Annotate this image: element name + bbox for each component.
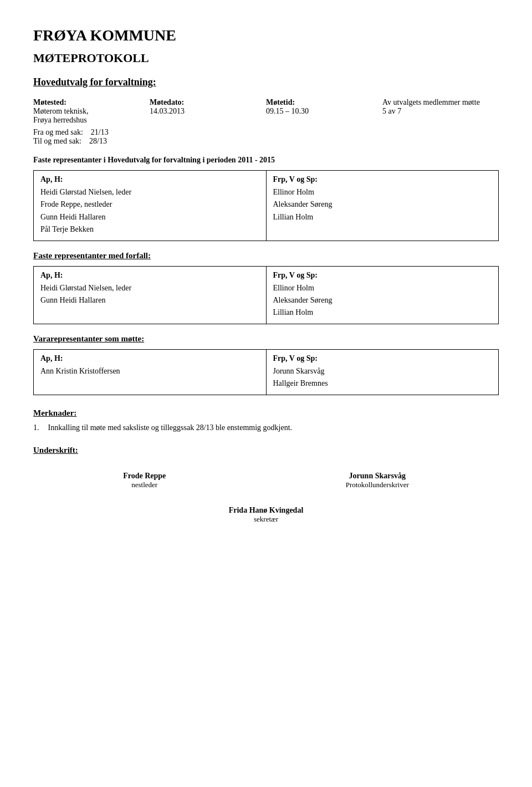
motested-value: Møterom teknisk,Frøya herredshus: [33, 107, 150, 125]
municipality-title: FRØYA KOMMUNE: [33, 27, 499, 44]
merknader-title: Merknader:: [33, 408, 499, 418]
vara-ap-h-label: Ap, H:: [40, 354, 259, 363]
faste-ap-h-label: Ap, H:: [40, 175, 259, 184]
merknader-number: 1.: [33, 423, 39, 432]
faste-med-forfall-title: Faste representanter med forfall:: [33, 251, 499, 260]
signatory-1-role: nestleder: [123, 481, 166, 489]
fra-sak-label: Fra og med sak:: [33, 128, 83, 136]
committee-heading: Hovedutvalg for forvaltning:: [33, 76, 499, 88]
underskrift-title: Underskrift:: [33, 446, 499, 455]
signatory-2-role: Protokollunderskriver: [346, 481, 409, 489]
protocol-title: MØTEPROTOKOLL: [33, 51, 499, 65]
period-heading: Faste representanter i Hovedutvalg for f…: [33, 156, 499, 165]
til-sak-label: Til og med sak:: [33, 137, 81, 145]
secretary-name: Frida Hanø Kvingedal: [229, 506, 304, 515]
merknader-text: Innkalling til møte med saksliste og til…: [48, 423, 293, 432]
fra-sak-value: 21/13: [91, 128, 109, 136]
meeting-meta: Møtested: Møterom teknisk,Frøya herredsh…: [33, 98, 499, 125]
vara-title: Vararepresentanter som møtte:: [33, 334, 499, 344]
attendance-label: Av utvalgets medlemmer møtte: [382, 98, 499, 107]
signatory-2: Jorunn Skarsvåg Protokollunderskriver: [346, 472, 409, 489]
secretary-row: Frida Hanø Kvingedal sekretær: [33, 506, 499, 524]
til-sak-value: 28/13: [89, 137, 107, 145]
motetid-label: Møtetid:: [266, 98, 382, 107]
vara-ap-h-members: Ann Kristin Kristoffersen: [40, 365, 259, 377]
motedato-value: 14.03.2013: [150, 107, 266, 116]
forfall-ap-h-members: Heidi Glørstad Nielsen, leder Gunn Heidi…: [40, 282, 259, 307]
faste-frp-v-sp-members: Ellinor Holm Aleksander Søreng Lillian H…: [273, 186, 492, 223]
signatory-2-name: Jorunn Skarsvåg: [346, 472, 409, 481]
faste-med-forfall-table: Ap, H: Heidi Glørstad Nielsen, leder Gun…: [33, 266, 499, 324]
motetid-value: 09.15 – 10.30: [266, 107, 382, 116]
signatory-1-name: Frode Reppe: [123, 472, 166, 481]
vara-frp-v-sp-label: Frp, V og Sp:: [273, 354, 492, 363]
attendance-value: 5 av 7: [382, 107, 499, 116]
secretary: Frida Hanø Kvingedal sekretær: [229, 506, 304, 524]
forfall-frp-v-sp-members: Ellinor Holm Aleksander Søreng Lillian H…: [273, 282, 492, 319]
motedato-label: Møtedato:: [150, 98, 266, 107]
vara-table: Ap, H: Ann Kristin Kristoffersen Frp, V …: [33, 349, 499, 395]
forfall-ap-h-label: Ap, H:: [40, 271, 259, 280]
vara-frp-v-sp-members: Jorunn Skarsvåg Hallgeir Bremnes: [273, 365, 492, 390]
signature-row: Frode Reppe nestleder Jorunn Skarsvåg Pr…: [33, 472, 499, 489]
signatory-1: Frode Reppe nestleder: [123, 472, 166, 489]
faste-ap-h-members: Heidi Glørstad Nielsen, leder Frode Repp…: [40, 186, 259, 236]
merknader-item-1: 1. Innkalling til møte med saksliste og …: [33, 423, 499, 432]
faste-frp-v-sp-label: Frp, V og Sp:: [273, 175, 492, 184]
faste-representanter-table: Ap, H: Heidi Glørstad Nielsen, leder Fro…: [33, 170, 499, 241]
forfall-frp-v-sp-label: Frp, V og Sp:: [273, 271, 492, 280]
sak-range: Fra og med sak: 21/13 Til og med sak: 28…: [33, 128, 499, 146]
secretary-role: sekretær: [229, 515, 304, 524]
motested-label: Møtested:: [33, 98, 150, 107]
